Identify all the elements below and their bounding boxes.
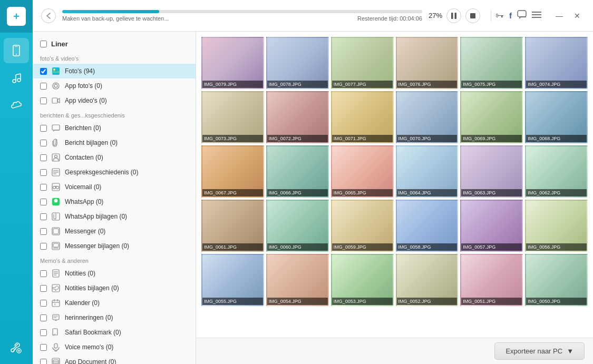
photo-cell[interactable]: IMG_0054.JPG xyxy=(266,254,329,306)
tree-item-herinneringen[interactable]: herinneringen (0) xyxy=(33,310,196,325)
photo-cell[interactable]: IMG_0076.JPG xyxy=(396,37,459,89)
device-checkbox[interactable] xyxy=(40,41,47,47)
tree-item-whatsapp[interactable]: WhatsApp (0) xyxy=(33,194,196,209)
photo-cell[interactable]: IMG_0073.JPG xyxy=(201,91,264,143)
notities-bijlagen-checkbox[interactable] xyxy=(40,285,47,292)
photo-label: IMG_0058.JPG xyxy=(397,243,458,251)
tree-item-messenger[interactable]: Messenger (0) xyxy=(33,224,196,239)
tree-item-berichten[interactable]: Berichten (0) xyxy=(33,121,196,135)
messenger-icon xyxy=(51,227,61,236)
bericht-bijlagen-checkbox[interactable] xyxy=(40,140,47,146)
berichten-checkbox[interactable] xyxy=(40,125,47,132)
photo-cell[interactable]: IMG_0053.JPG xyxy=(331,254,394,306)
photo-cell[interactable]: IMG_0058.JPG xyxy=(396,200,459,252)
photo-label: IMG_0050.JPG xyxy=(526,298,587,305)
photo-cell[interactable]: IMG_0052.JPG xyxy=(396,254,459,306)
photo-cell[interactable]: IMG_0063.JPG xyxy=(460,145,523,198)
tree-item-messenger-bijlagen[interactable]: Messenger bijlagen (0) xyxy=(33,239,196,253)
pause-button[interactable] xyxy=(446,8,461,23)
photo-cell[interactable]: IMG_0079.JPG xyxy=(201,37,264,89)
gespreks-checkbox[interactable] xyxy=(40,169,47,176)
photo-cell[interactable]: IMG_0071.JPG xyxy=(331,91,394,143)
photo-grid-area: IMG_0079.JPGIMG_0078.JPGIMG_0077.JPGIMG_… xyxy=(196,32,593,338)
photo-cell[interactable]: IMG_0051.JPG xyxy=(460,254,523,306)
kalender-checkbox[interactable] xyxy=(40,300,47,307)
back-button[interactable] xyxy=(41,8,56,23)
contacten-checkbox[interactable] xyxy=(40,154,47,161)
sidebar-nav-cloud[interactable] xyxy=(4,93,29,118)
svg-point-32 xyxy=(53,186,56,189)
key-icon[interactable]: 🗝 xyxy=(495,11,504,21)
export-button[interactable]: Exporteer naar PC ▼ xyxy=(494,342,585,360)
tree-item-app-videos[interactable]: App video's (0) xyxy=(33,93,196,108)
svg-rect-38 xyxy=(53,229,59,234)
sidebar-nav-phone[interactable] xyxy=(4,38,29,63)
minimize-button[interactable]: — xyxy=(552,8,567,23)
whatsapp-bijlagen-checkbox[interactable] xyxy=(40,213,47,220)
messenger-bijlagen-checkbox[interactable] xyxy=(40,243,47,250)
photo-cell[interactable]: IMG_0055.JPG xyxy=(201,254,264,306)
svg-rect-52 xyxy=(53,314,59,320)
content-area: Liner foto's & video's Foto's (94) xyxy=(33,32,593,364)
photo-cell[interactable]: IMG_0074.JPG xyxy=(525,37,588,89)
chat-icon[interactable] xyxy=(517,10,527,22)
photo-cell[interactable]: IMG_0057.JPG xyxy=(460,200,523,252)
tree-item-app-fotos[interactable]: App foto's (0) xyxy=(33,78,196,93)
stop-button[interactable] xyxy=(465,8,480,23)
notities-checkbox[interactable] xyxy=(40,270,47,277)
herinneringen-checkbox[interactable] xyxy=(40,314,47,321)
tree-item-kalender[interactable]: 6 Kalender (0) xyxy=(33,296,196,310)
photo-label: IMG_0067.JPG xyxy=(202,189,263,196)
voice-memos-checkbox[interactable] xyxy=(40,344,47,351)
photo-label: IMG_0075.JPG xyxy=(461,81,522,88)
fotos-checkbox[interactable] xyxy=(40,68,47,75)
photo-cell[interactable]: IMG_0069.JPG xyxy=(460,91,523,143)
app-doc-checkbox[interactable] xyxy=(40,359,47,365)
tree-item-notities-bijlagen[interactable]: Notities bijlagen (0) xyxy=(33,281,196,296)
photo-cell[interactable]: IMG_0050.JPG xyxy=(525,254,588,306)
left-panel: Liner foto's & video's Foto's (94) xyxy=(33,32,196,364)
sidebar-nav-music[interactable] xyxy=(4,65,29,91)
menu-icon[interactable] xyxy=(532,11,541,21)
photo-cell[interactable]: IMG_0062.JPG xyxy=(525,145,588,198)
notities-bijlagen-label: Notities bijlagen (0) xyxy=(65,284,188,292)
app-fotos-checkbox[interactable] xyxy=(40,83,47,90)
photo-cell[interactable]: IMG_0056.JPG xyxy=(525,200,588,252)
photo-cell[interactable]: IMG_0068.JPG xyxy=(525,91,588,143)
tree-item-fotos[interactable]: Foto's (94) xyxy=(33,64,196,78)
tree-item-whatsapp-bijlagen[interactable]: WhatsApp bijlagen (0) xyxy=(33,209,196,224)
photo-cell[interactable]: IMG_0066.JPG xyxy=(266,145,329,198)
whatsapp-checkbox[interactable] xyxy=(40,199,47,205)
safari-checkbox[interactable] xyxy=(40,329,47,336)
sidebar-nav-tools[interactable] xyxy=(4,339,29,364)
photo-cell[interactable]: IMG_0059.JPG xyxy=(331,200,394,252)
messenger-checkbox[interactable] xyxy=(40,228,47,235)
tree-item-gespreks[interactable]: Gespreksgeschiedenis (0) xyxy=(33,165,196,180)
tree-item-voicemail[interactable]: Voicemail (0) xyxy=(33,180,196,194)
photo-cell[interactable]: IMG_0077.JPG xyxy=(331,37,394,89)
photo-cell[interactable]: IMG_0065.JPG xyxy=(331,145,394,198)
tree-item-safari[interactable]: Safari Bookmark (0) xyxy=(33,325,196,340)
progress-labels: Maken van back-up, gelieve te wachten...… xyxy=(62,15,422,22)
facebook-icon[interactable]: f xyxy=(509,11,512,20)
photo-cell[interactable]: IMG_0078.JPG xyxy=(266,37,329,89)
tree-item-app-doc[interactable]: App Document (0) xyxy=(33,355,196,364)
photo-label: IMG_0062.JPG xyxy=(526,189,587,196)
tree-item-bericht-bijlagen[interactable]: Bericht bijlagen (0) xyxy=(33,135,196,150)
top-bar: Maken van back-up, gelieve te wachten...… xyxy=(33,0,593,32)
tree-item-contacten[interactable]: Contacten (0) xyxy=(33,150,196,165)
close-button[interactable]: ✕ xyxy=(570,8,585,23)
photo-cell[interactable]: IMG_0064.JPG xyxy=(396,145,459,198)
photo-label: IMG_0057.JPG xyxy=(461,243,522,251)
voicemail-checkbox[interactable] xyxy=(40,184,47,191)
tree-item-voice-memos[interactable]: Voice memo's (0) xyxy=(33,340,196,355)
photo-cell[interactable]: IMG_0075.JPG xyxy=(460,37,523,89)
photo-cell[interactable]: IMG_0067.JPG xyxy=(201,145,264,198)
photo-cell[interactable]: IMG_0060.JPG xyxy=(266,200,329,252)
photo-label: IMG_0068.JPG xyxy=(526,135,587,142)
tree-item-notities[interactable]: Notities (0) xyxy=(33,266,196,281)
app-videos-checkbox[interactable] xyxy=(40,97,47,104)
photo-cell[interactable]: IMG_0072.JPG xyxy=(266,91,329,143)
photo-cell[interactable]: IMG_0070.JPG xyxy=(396,91,459,143)
photo-cell[interactable]: IMG_0061.JPG xyxy=(201,200,264,252)
